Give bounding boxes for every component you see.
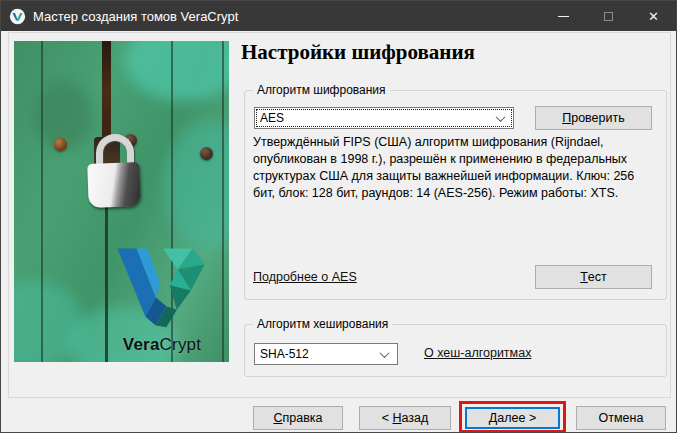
encryption-group-label: Алгоритм шифрования (253, 83, 390, 97)
hash-group-label: Алгоритм хеширования (253, 317, 392, 331)
hash-algorithm-select[interactable]: SHA-512 (254, 343, 398, 365)
hash-algorithm-value: SHA-512 (260, 347, 309, 361)
window-title: Мастер создания томов VeraCrypt (33, 9, 238, 24)
chevron-down-icon (497, 115, 505, 123)
plank-seam (222, 41, 224, 362)
padlock-icon (87, 162, 141, 208)
benchmark-button[interactable]: Проверить (535, 106, 652, 130)
minimize-button[interactable] (541, 1, 586, 31)
close-icon: ✕ (648, 10, 659, 23)
veracrypt-logo (114, 241, 210, 333)
door-photo: VeraCrypt (14, 41, 229, 362)
rivet (54, 138, 67, 151)
rivet (200, 147, 213, 160)
paint-patch (124, 41, 229, 101)
minimize-icon (558, 16, 569, 17)
maximize-icon (604, 12, 613, 21)
page-title: Настройки шифрования (241, 40, 475, 65)
algorithm-description: Утверждённый FIPS (США) алгоритм шифрова… (253, 134, 655, 202)
back-button[interactable]: < Назад (359, 406, 451, 430)
title-bar: Мастер создания томов VeraCrypt ✕ (1, 1, 676, 31)
chevron-down-icon (381, 351, 389, 359)
paint-patch (164, 121, 229, 251)
encryption-algorithm-select[interactable]: AES (254, 107, 514, 129)
window-controls: ✕ (541, 1, 676, 31)
test-button[interactable]: Тест (535, 265, 652, 289)
close-button[interactable]: ✕ (631, 1, 676, 31)
hash-info-link[interactable]: О хеш-алгоритмах (424, 346, 531, 360)
veracrypt-app-icon (9, 8, 26, 25)
help-button[interactable]: Справка (253, 406, 343, 430)
veracrypt-wizard-window: Мастер создания томов VeraCrypt ✕ (0, 0, 677, 433)
encryption-algorithm-value: AES (260, 111, 284, 125)
more-about-aes-link[interactable]: Подробнее о AES (253, 270, 357, 284)
veracrypt-logo-text: VeraCrypt (110, 335, 214, 355)
cancel-button[interactable]: Отмена (576, 406, 666, 430)
next-button[interactable]: Далее > (465, 407, 560, 429)
maximize-button[interactable] (586, 1, 631, 31)
plank-seam (41, 41, 43, 362)
